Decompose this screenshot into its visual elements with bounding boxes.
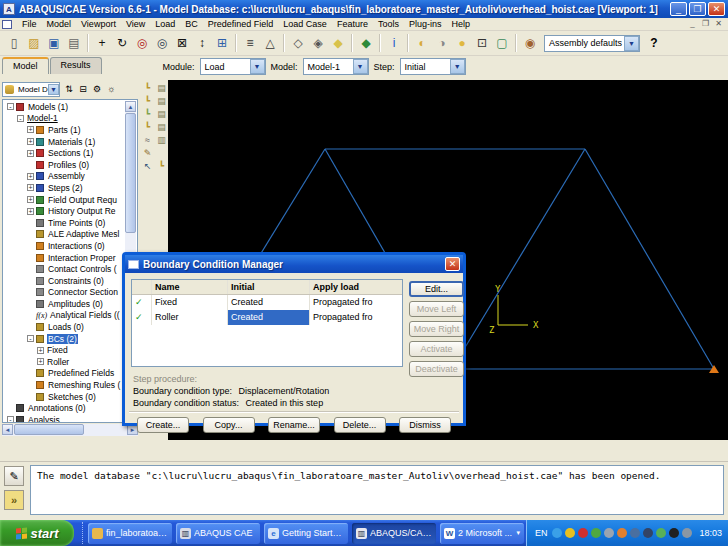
tray-antivirus-icon[interactable] bbox=[578, 528, 588, 538]
tree-item-label[interactable]: Roller bbox=[46, 357, 70, 367]
tree-item-label[interactable]: Materials (1) bbox=[47, 137, 96, 147]
tray-pen-icon[interactable] bbox=[669, 528, 679, 538]
tree-item[interactable]: Constraints (0) bbox=[4, 275, 125, 287]
module-combo[interactable]: Load ▼ bbox=[200, 58, 266, 75]
tree-item-label[interactable]: Annotations (0) bbox=[27, 403, 87, 413]
tree-item[interactable]: - Model-1 bbox=[4, 113, 125, 125]
create-button[interactable]: Create... bbox=[137, 417, 189, 433]
tree-item[interactable]: + Assembly bbox=[4, 171, 125, 183]
tree-expander-icon[interactable]: + bbox=[27, 173, 34, 180]
scrollbar-thumb[interactable] bbox=[125, 113, 136, 233]
mdi-close-button[interactable]: ✕ bbox=[712, 19, 725, 28]
tree-expander-icon[interactable]: - bbox=[7, 103, 14, 110]
wireframe-cube-icon[interactable]: ◇ bbox=[288, 33, 308, 53]
tree-item-label[interactable]: Time Points (0) bbox=[47, 218, 106, 228]
mdi-restore-button[interactable]: ❐ bbox=[699, 19, 712, 28]
query-pick-icon[interactable]: ↖ bbox=[141, 160, 154, 172]
result-sphere-icon[interactable]: ● bbox=[452, 33, 472, 53]
menu-item[interactable]: View bbox=[121, 18, 150, 30]
menu-item[interactable]: Plug-ins bbox=[404, 18, 447, 30]
tree-item-label[interactable]: Sketches (0) bbox=[47, 392, 97, 402]
tray-update-icon[interactable] bbox=[656, 528, 666, 538]
tab[interactable]: Model bbox=[2, 57, 49, 74]
tree-item-label[interactable]: Interactions (0) bbox=[47, 241, 106, 251]
load-case-manager-icon[interactable]: ▤ bbox=[155, 121, 168, 133]
tree-item[interactable]: + Fixed bbox=[4, 344, 125, 356]
tree-item[interactable]: Predefined Fields bbox=[4, 368, 125, 380]
start-button[interactable]: start bbox=[0, 520, 74, 546]
tree-database-combo[interactable]: Model D ▼ bbox=[2, 82, 60, 97]
tree-item[interactable]: - BCs (2) bbox=[4, 333, 125, 345]
tree-item[interactable]: + Roller bbox=[4, 356, 125, 368]
tree-expander-icon[interactable]: - bbox=[17, 115, 24, 122]
tree-item-label[interactable]: Models (1) bbox=[27, 102, 69, 112]
tree-item-label[interactable]: Model-1 bbox=[26, 113, 59, 123]
tree-expander-icon[interactable]: + bbox=[37, 358, 44, 365]
tray-green-app-icon[interactable] bbox=[591, 528, 601, 538]
menu-item[interactable]: Viewport bbox=[76, 18, 121, 30]
chevron-down-icon[interactable]: ▼ bbox=[48, 84, 59, 95]
tree-expander-icon[interactable]: + bbox=[27, 208, 34, 215]
activate-button[interactable]: Activate bbox=[409, 341, 464, 357]
tray-firewall-icon[interactable] bbox=[617, 528, 627, 538]
tree-item-label[interactable]: Connector Section bbox=[47, 287, 119, 297]
menu-item[interactable]: Predefined Field bbox=[203, 18, 279, 30]
create-load-icon[interactable]: ┗ bbox=[141, 82, 154, 94]
tree-expander-icon[interactable]: - bbox=[7, 416, 14, 422]
tree-item-label[interactable]: History Output Re bbox=[47, 206, 117, 216]
show-hints-icon[interactable]: ☼ bbox=[104, 82, 118, 96]
tree-item-label[interactable]: Contact Controls ( bbox=[47, 264, 118, 274]
column-apply-load[interactable]: Apply load bbox=[310, 280, 402, 294]
tree-item[interactable]: Loads (0) bbox=[4, 321, 125, 333]
render-shaded-icon[interactable]: ◆ bbox=[356, 33, 376, 53]
create-load-case-icon[interactable]: ┗ bbox=[141, 121, 154, 133]
create-amplitude-icon[interactable]: ≈ bbox=[141, 134, 154, 146]
tree-item-label[interactable]: Field Output Requ bbox=[47, 195, 118, 205]
copy-button[interactable]: Copy... bbox=[203, 417, 255, 433]
bc-manager-icon[interactable]: ▤ bbox=[155, 95, 168, 107]
menu-item[interactable]: Tools bbox=[373, 18, 404, 30]
magnify-view-icon[interactable]: ◎ bbox=[132, 33, 152, 53]
bc-apply-load-cell[interactable]: Propagated fro bbox=[310, 295, 402, 310]
tree-item-label[interactable]: Profiles (0) bbox=[47, 160, 90, 170]
tree-item[interactable]: Interaction Proper bbox=[4, 252, 125, 264]
cycle-views-icon[interactable]: ↕ bbox=[192, 33, 212, 53]
hidden-line-cube-icon[interactable]: ◈ bbox=[308, 33, 328, 53]
menu-item[interactable]: Help bbox=[446, 18, 475, 30]
message-area-icon[interactable]: ✎ bbox=[4, 466, 24, 486]
tree-item-label[interactable]: ALE Adaptive Mesl bbox=[47, 229, 120, 239]
tree-item-label[interactable]: Sections (1) bbox=[47, 148, 94, 158]
tree-expander-icon[interactable]: - bbox=[27, 335, 34, 342]
fit-view-icon[interactable]: ⊠ bbox=[172, 33, 192, 53]
predefined-field-manager-icon[interactable]: ▤ bbox=[155, 108, 168, 120]
tree-item[interactable]: + Field Output Requ bbox=[4, 194, 125, 206]
collapse-all-icon[interactable]: ⊟ bbox=[76, 82, 90, 96]
cycle-items-icon[interactable]: ⇅ bbox=[62, 82, 76, 96]
taskbar-window-button[interactable]: fin_laboratoar... bbox=[88, 523, 172, 544]
tree-item[interactable]: + Sections (1) bbox=[4, 147, 125, 159]
tree-item-label[interactable]: Analytical Fields (( bbox=[49, 310, 120, 320]
bc-table-row[interactable]: ✓ Fixed Created Propagated fro bbox=[132, 295, 402, 310]
edit-tool-icon[interactable]: ✎ bbox=[141, 147, 154, 159]
tree-item-label[interactable]: BCs (2) bbox=[47, 334, 78, 344]
tree-item[interactable]: + Steps (2) bbox=[4, 182, 125, 194]
tree-item-label[interactable]: Amplitudes (0) bbox=[47, 299, 104, 309]
tree-expander-icon[interactable]: + bbox=[37, 347, 44, 354]
tree-item[interactable]: Interactions (0) bbox=[4, 240, 125, 252]
bc-apply-load-cell[interactable]: Propagated fro bbox=[310, 310, 402, 325]
step-combo[interactable]: Initial ▼ bbox=[400, 58, 466, 75]
tree-item[interactable]: + History Output Re bbox=[4, 205, 125, 217]
zoom-box-icon[interactable]: ◎ bbox=[152, 33, 172, 53]
edit-button[interactable]: Edit... bbox=[409, 281, 464, 297]
bc-initial-cell[interactable]: Created bbox=[228, 295, 310, 310]
menu-item[interactable]: Model bbox=[42, 18, 77, 30]
create-datum-icon[interactable]: ┗ bbox=[155, 160, 168, 172]
tree-item[interactable]: ALE Adaptive Mesl bbox=[4, 229, 125, 241]
tree-item-label[interactable]: Constraints (0) bbox=[47, 276, 105, 286]
tab[interactable]: Results bbox=[50, 57, 102, 74]
taskbar-window-button[interactable]: ▥ ABAQUS/CAE ... bbox=[352, 523, 436, 544]
tree-item-label[interactable]: Fixed bbox=[46, 345, 69, 355]
query-info-icon[interactable]: i bbox=[384, 33, 404, 53]
tree-item-label[interactable]: Assembly bbox=[47, 171, 86, 181]
rotate-view-icon[interactable]: ↻ bbox=[112, 33, 132, 53]
